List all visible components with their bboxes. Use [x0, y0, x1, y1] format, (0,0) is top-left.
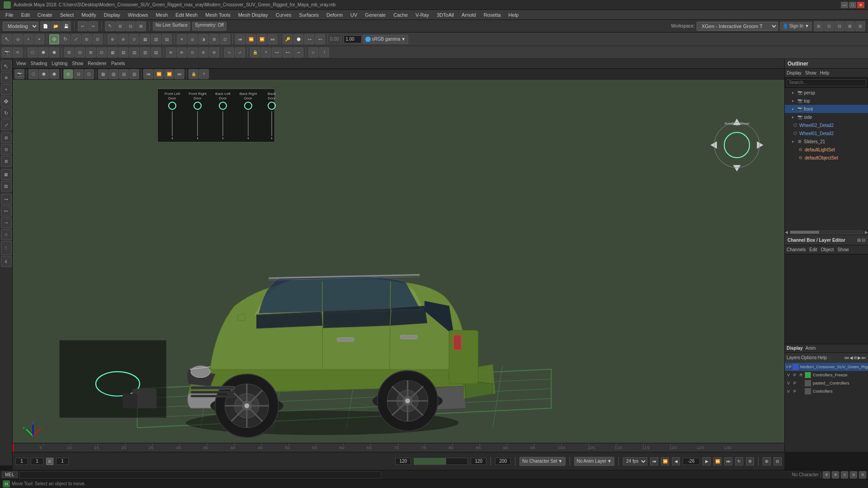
gamma-dropdown[interactable]: sRGB gamma ▼ — [363, 35, 408, 44]
tb-undo[interactable]: ↩ — [78, 21, 88, 31]
tb-tr3[interactable]: ⊟ — [835, 21, 844, 31]
tb2-m5[interactable]: ⊛ — [209, 47, 219, 57]
menu-item-3dtoall[interactable]: 3DToAll — [433, 11, 458, 19]
tb-key1[interactable]: 🔑 — [283, 34, 292, 44]
tb2-sel2[interactable]: ⬢ — [38, 47, 48, 57]
menu-item-rosetta[interactable]: Rosetta — [480, 11, 505, 19]
cb-tab-edit[interactable]: Edit — [809, 247, 817, 252]
left-tool-14[interactable]: ⊸ — [1, 217, 12, 228]
viewport[interactable]: View Shading Lighting Show Renderer Pane… — [13, 59, 784, 452]
vt-10[interactable]: ▥ — [129, 69, 139, 79]
vt-lock[interactable]: 🔒 — [189, 69, 198, 79]
total2-input[interactable] — [495, 458, 511, 465]
vt-7[interactable]: ▦ — [98, 69, 108, 79]
outliner-item-lightset[interactable]: ⊙ defaultLightSet — [785, 145, 868, 154]
menu-item-create[interactable]: Create — [34, 11, 56, 19]
current-frame-input2[interactable] — [31, 458, 43, 465]
viewport-scene[interactable]: Front LeftDoor Front RightDoor Back Left… — [13, 80, 784, 452]
tb-play1[interactable]: ⏮ — [235, 34, 245, 44]
playback-btn-prev[interactable]: ◀ — [672, 457, 680, 465]
cb-bottom-anim[interactable]: Anim — [806, 346, 816, 351]
left-tool-6[interactable]: ⤢ — [1, 119, 12, 130]
layer-btn-prev[interactable]: ◀ — [849, 355, 853, 360]
tb-render[interactable]: ▦ — [140, 34, 150, 44]
door-circle-back[interactable] — [268, 102, 276, 110]
outliner-item-side[interactable]: ▸ 📷 side — [785, 113, 868, 121]
status-icon3[interactable]: ⊙ — [841, 471, 848, 479]
left-tool-2[interactable]: ⊕ — [1, 72, 12, 83]
door-circle-fr[interactable] — [193, 102, 202, 110]
tb2-cam2[interactable]: ⟲ — [13, 47, 23, 57]
cb-icon1[interactable]: ⊞ — [857, 238, 861, 243]
tb2-sel1[interactable]: ⬡ — [28, 47, 38, 57]
time-input[interactable] — [344, 35, 362, 43]
left-tool-4[interactable]: ✥ — [1, 96, 12, 107]
view-menu-view[interactable]: View — [14, 61, 28, 66]
layer-btn-add[interactable]: ⊕ — [854, 355, 857, 360]
tb-snap1[interactable]: ⊕ — [108, 34, 118, 44]
layer-row-2[interactable]: V P R Controllers_Freeze — [785, 371, 868, 379]
tb2-r1[interactable]: ⊹ — [308, 47, 318, 57]
tb-light3[interactable]: ◑ — [198, 34, 208, 44]
no-anim-layer-dropdown[interactable]: No Anim Layer ▼ — [574, 457, 615, 466]
left-tool-5[interactable]: ↻ — [1, 108, 12, 118]
status-icon2[interactable]: ⊗ — [832, 471, 839, 479]
door-circle-fl[interactable] — [168, 102, 176, 110]
status-icon4[interactable]: ⊚ — [850, 471, 857, 479]
left-tool-13[interactable]: ⊷ — [1, 206, 12, 216]
mel-input[interactable] — [19, 471, 381, 479]
tb2-s5[interactable]: ⊸ — [293, 47, 303, 57]
tb2-t9[interactable]: ▨ — [151, 47, 161, 57]
tb-select4[interactable]: ⊠ — [136, 21, 146, 31]
tb-select1[interactable]: ↖ — [105, 21, 115, 31]
tb-grid2[interactable]: ⊡ — [220, 34, 230, 44]
vt-p2[interactable]: ⏪ — [154, 69, 164, 79]
menu-item-deform[interactable]: Deform — [323, 11, 346, 19]
playback-btn-next[interactable]: ▶ — [703, 457, 711, 465]
left-tool-11[interactable]: ▧ — [1, 181, 12, 192]
move-tool[interactable]: ✥ — [49, 34, 59, 44]
tb-render3[interactable]: ▤ — [162, 34, 172, 44]
menu-item-uv[interactable]: UV — [347, 11, 361, 19]
paint-select[interactable]: ⚬ — [24, 34, 33, 44]
tb-redo[interactable]: ↪ — [88, 21, 98, 31]
vt-3[interactable]: ⬣ — [49, 69, 59, 79]
cb-bottom-display[interactable]: Display — [787, 346, 803, 351]
tb-snap3[interactable]: ⊙ — [129, 34, 139, 44]
tb2-n2[interactable]: ⤾ — [235, 47, 245, 57]
menu-item-mesh-display[interactable]: Mesh Display — [235, 11, 272, 19]
tb-anim1[interactable]: ⊶ — [304, 34, 314, 44]
anim-range-bar[interactable] — [414, 458, 468, 465]
minimize-button[interactable]: — — [841, 2, 848, 8]
close-button[interactable]: ✕ — [857, 2, 864, 8]
menu-item-file[interactable]: File — [2, 11, 17, 19]
car-svg[interactable] — [40, 136, 576, 452]
vt-2[interactable]: ⬢ — [39, 69, 49, 79]
timeline-track[interactable]: 5 10 15 20 25 30 35 40 45 50 55 60 65 70… — [13, 443, 784, 452]
tb-save[interactable]: 💾 — [61, 21, 71, 31]
vt-cam[interactable]: 📷 — [14, 69, 24, 79]
menu-item-edit[interactable]: Edit — [18, 11, 33, 19]
left-tool-15[interactable]: ⊹ — [1, 229, 12, 240]
tb-open[interactable]: 📂 — [51, 21, 61, 31]
cb-tab-channels[interactable]: Channels — [787, 247, 806, 252]
tb-render2[interactable]: ▧ — [151, 34, 161, 44]
tb-anim2[interactable]: ⊷ — [315, 34, 325, 44]
tb2-t5[interactable]: ▦ — [108, 47, 118, 57]
vt-p4[interactable]: ⏭ — [175, 69, 184, 79]
left-tool-17[interactable]: ⊻ — [1, 256, 12, 267]
sign-in-btn[interactable]: 👤 Sign In ▼ — [780, 22, 812, 31]
tb2-t6[interactable]: ▧ — [118, 47, 128, 57]
tb-anim-extra1[interactable]: ⊞ — [763, 457, 771, 465]
tb-light1[interactable]: ☀ — [177, 34, 187, 44]
playback-btn-back[interactable]: ⏮ — [650, 457, 658, 465]
outliner-item-wheel01[interactable]: ⬡ Wheel01_Detail2 — [785, 129, 868, 137]
menu-item-curves[interactable]: Curves — [272, 11, 295, 19]
status-icon5[interactable]: ⊛ — [859, 471, 866, 479]
left-tool-9[interactable]: ⊠ — [1, 156, 12, 167]
menu-item-mesh[interactable]: Mesh — [152, 11, 171, 19]
left-tool-16[interactable]: ⊺ — [1, 241, 12, 255]
soft-mod[interactable]: ⊟ — [93, 34, 103, 44]
playback-btn-prev-key[interactable]: ⏪ — [661, 457, 669, 465]
tb-tr2[interactable]: ⊡ — [824, 21, 834, 31]
